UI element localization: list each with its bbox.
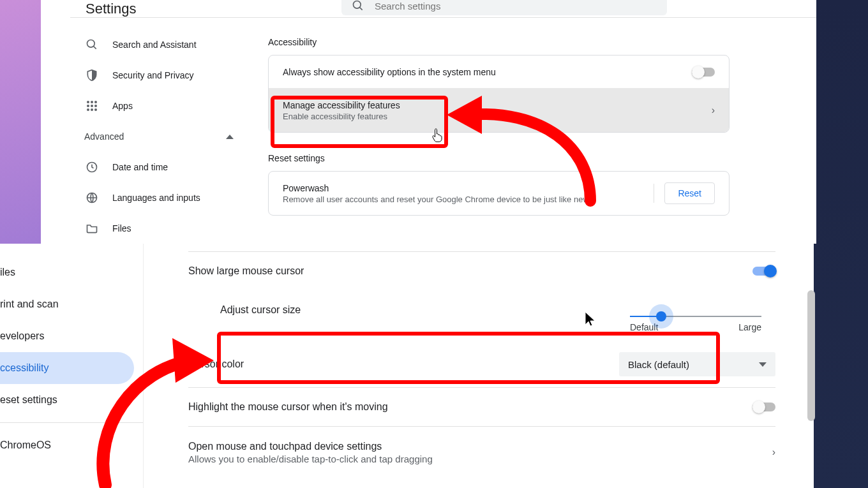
row-manage-accessibility[interactable]: Manage accessibility features Enable acc…	[269, 89, 729, 132]
sidebar-item-security-privacy[interactable]: Security and Privacy	[70, 60, 249, 91]
section-accessibility-title: Accessibility	[268, 37, 816, 47]
slider-max-label: Large	[738, 322, 761, 332]
row-label: Highlight the mouse cursor when it's mov…	[188, 401, 388, 413]
sidebar-item-accessibility[interactable]: ccessibility	[0, 352, 134, 384]
settings-window-top: Settings Search and Assistant Security a…	[70, 0, 816, 244]
svg-point-5	[91, 101, 93, 103]
cursor-size-slider-block: Default Large	[629, 304, 763, 332]
settings-header: Settings	[70, 0, 816, 17]
row-label: Always show accessibility options in the…	[283, 67, 496, 77]
sidebar-item-label: Security and Privacy	[112, 70, 194, 80]
sidebar-item-files[interactable]: Files	[70, 213, 249, 244]
accessibility-main: Show large mouse cursor Adjust cursor si…	[144, 244, 807, 488]
wallpaper-left	[0, 0, 41, 244]
row-title: Manage accessibility features	[283, 100, 400, 110]
chevron-down-icon	[759, 362, 767, 367]
accessibility-sidebar: iles rint and scan evelopers ccessibilit…	[0, 244, 144, 488]
search-icon	[86, 38, 98, 51]
settings-window-bottom: iles rint and scan evelopers ccessibilit…	[0, 244, 807, 488]
svg-point-2	[87, 40, 95, 48]
row-subtitle: Enable accessibility features	[283, 112, 400, 121]
chevron-right-icon: ›	[712, 105, 715, 116]
chevron-right-icon: ›	[772, 447, 775, 458]
divider	[654, 184, 654, 203]
search-icon	[352, 0, 364, 12]
sidebar-item-print-scan[interactable]: rint and scan	[0, 288, 134, 320]
search-input[interactable]	[375, 1, 657, 11]
wallpaper-right	[814, 0, 868, 488]
row-cursor-color: Cursor color Black (default)	[188, 341, 775, 387]
svg-point-11	[91, 108, 93, 111]
sidebar-item-apps[interactable]: Apps	[70, 91, 249, 121]
sidebar-item-chromeos[interactable]: ChromeOS	[0, 429, 134, 461]
svg-line-1	[360, 8, 363, 10]
sidebar-item-label: Languages and inputs	[112, 193, 200, 203]
svg-point-9	[94, 105, 97, 107]
row-open-mouse-touchpad[interactable]: Open mouse and touchpad device settings …	[188, 427, 775, 478]
settings-main: Accessibility Always show accessibility …	[249, 18, 816, 244]
row-label: Cursor color	[188, 359, 244, 370]
sidebar-divider	[0, 422, 143, 423]
search-settings-field[interactable]	[341, 0, 667, 15]
sidebar-item-label: Apps	[112, 101, 133, 111]
settings-title: Settings	[86, 1, 137, 17]
svg-point-7	[87, 105, 89, 107]
svg-point-10	[87, 108, 89, 111]
sidebar-item-developers[interactable]: evelopers	[0, 320, 134, 352]
row-powerwash: Powerwash Remove all user accounts and r…	[269, 172, 729, 215]
row-title: Open mouse and touchpad device settings	[188, 441, 433, 452]
globe-icon	[86, 191, 98, 204]
svg-point-6	[94, 101, 97, 103]
toggle-off[interactable]	[752, 403, 775, 411]
shield-icon	[86, 69, 98, 82]
advanced-label: Advanced	[84, 131, 124, 142]
sidebar-item-label: Files	[112, 223, 131, 233]
reset-card: Powerwash Remove all user accounts and r…	[268, 171, 730, 216]
powerwash-title: Powerwash	[283, 183, 591, 193]
clock-icon	[86, 161, 98, 174]
cursor-size-slider[interactable]	[630, 316, 761, 317]
sidebar-item-date-time[interactable]: Date and time	[70, 152, 249, 182]
row-subtitle: Allows you to enable/disable tap-to-clic…	[188, 454, 433, 464]
row-adjust-cursor-size: Adjust cursor size Default Large	[188, 290, 775, 341]
sidebar-item-label: Search and Assistant	[112, 40, 197, 50]
hand-cursor-icon	[431, 128, 444, 143]
sidebar-item-label: Date and time	[112, 162, 168, 172]
svg-point-4	[87, 101, 89, 103]
powerwash-subtitle: Remove all user accounts and reset your …	[283, 195, 591, 204]
row-show-large-cursor[interactable]: Show large mouse cursor	[188, 252, 775, 290]
toggle-off[interactable]	[692, 68, 715, 77]
sidebar-item-reset-settings[interactable]: eset settings	[0, 384, 134, 416]
apps-grid-icon	[86, 100, 98, 112]
svg-point-8	[91, 105, 93, 107]
svg-point-0	[354, 1, 361, 9]
sidebar-advanced-toggle[interactable]: Advanced	[70, 121, 249, 152]
mouse-pointer-icon	[584, 311, 597, 327]
sidebar-item-files[interactable]: iles	[0, 256, 134, 288]
row-highlight-moving-cursor[interactable]: Highlight the mouse cursor when it's mov…	[188, 388, 775, 426]
settings-sidebar: Search and Assistant Security and Privac…	[70, 18, 249, 244]
folder-icon	[86, 222, 98, 235]
row-always-show-accessibility[interactable]: Always show accessibility options in the…	[269, 55, 729, 89]
row-label: Show large mouse cursor	[188, 265, 304, 277]
cursor-color-select[interactable]: Black (default)	[619, 352, 775, 376]
toggle-on[interactable]	[752, 267, 775, 276]
select-value: Black (default)	[628, 359, 689, 370]
section-reset-title: Reset settings	[268, 153, 816, 163]
sidebar-item-search-assistant[interactable]: Search and Assistant	[70, 29, 249, 60]
accessibility-card: Always show accessibility options in the…	[268, 55, 730, 133]
chevron-up-icon	[226, 135, 234, 139]
slider-thumb[interactable]	[656, 311, 666, 322]
reset-button[interactable]: Reset	[664, 182, 715, 204]
row-label: Adjust cursor size	[220, 304, 301, 316]
svg-point-12	[94, 108, 97, 111]
scrollbar-thumb[interactable]	[807, 290, 815, 421]
sidebar-item-languages-inputs[interactable]: Languages and inputs	[70, 182, 249, 213]
svg-line-3	[94, 47, 96, 49]
